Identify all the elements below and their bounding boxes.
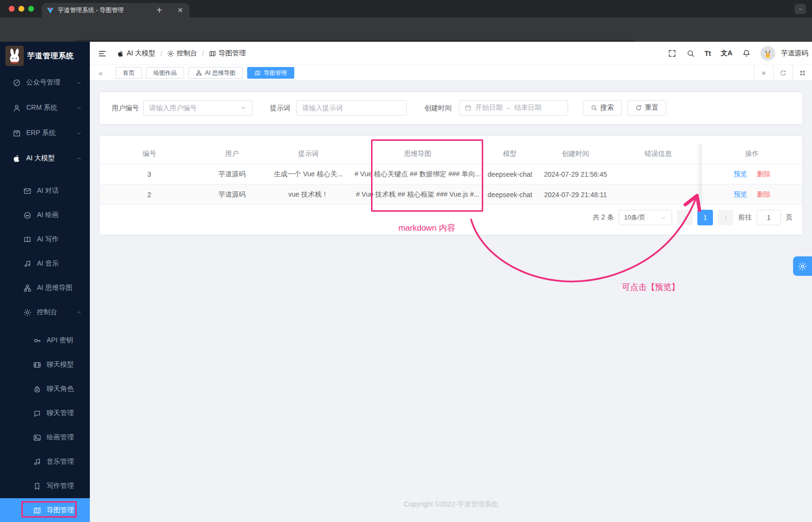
sidebar-item-paint-manage[interactable]: 绘画管理 bbox=[0, 425, 90, 450]
sidebar-item-console[interactable]: 控制台 bbox=[0, 300, 90, 324]
sidebar-item-crm[interactable]: CRM 系统 bbox=[0, 95, 90, 120]
cell-actions: 预览 删除 bbox=[702, 170, 802, 179]
sidebar-item-erp[interactable]: ERP 系统 bbox=[0, 120, 90, 146]
sidebar-item-chat-role[interactable]: 聊天角色 bbox=[0, 377, 90, 401]
chevron-up-icon bbox=[76, 155, 82, 162]
cell-created: 2024-07-29 21:56:45 bbox=[537, 170, 614, 178]
column-header-prompt: 提示词 bbox=[265, 150, 352, 158]
goto-page-input[interactable] bbox=[757, 210, 781, 225]
copyright-text: Copyright ©2022-芋道管理系统 bbox=[90, 500, 812, 509]
current-page-button[interactable]: 1 bbox=[697, 210, 713, 225]
top-navbar: AI 大模型 / 控制台 / 导图管理 Tt 文A 芋道源码 bbox=[90, 42, 812, 65]
browser-tab-strip: 芋道管理系统 - 导图管理 ✕ + bbox=[0, 0, 812, 17]
sidebar-item-ai-mindmap[interactable]: AI 思维导图 bbox=[0, 276, 90, 300]
chevron-left-icon bbox=[682, 215, 688, 221]
sidebar-item-music-manage[interactable]: 音乐管理 bbox=[0, 450, 90, 474]
tabs-scroll-left-button[interactable]: « bbox=[96, 65, 105, 81]
delete-link[interactable]: 删除 bbox=[757, 190, 770, 198]
font-size-icon[interactable]: Tt bbox=[705, 50, 711, 57]
tab-close-icon[interactable]: ✕ bbox=[176, 6, 185, 15]
app-logo-row[interactable]: 芋道管理系统 bbox=[0, 42, 90, 70]
box-icon bbox=[13, 129, 21, 137]
mindmap-table-panel: 编号 用户 提示词 思维导图 模型 创建时间 错误信息 操作 3 芋道源码 生成… bbox=[100, 136, 802, 235]
chevron-up-icon bbox=[76, 309, 82, 316]
browser-toolbar: 127.0.0.1/ai/console/mind-map bbox=[0, 17, 812, 42]
breadcrumb-item-ai-model[interactable]: AI 大模型 bbox=[117, 49, 155, 58]
date-end-placeholder[interactable]: 结束日期 bbox=[514, 103, 541, 112]
tabs-refresh-button[interactable] bbox=[773, 65, 793, 81]
sidebar-item-ai-paint[interactable]: AI 绘画 bbox=[0, 203, 90, 227]
sidebar-item-ai-chat[interactable]: AI 对话 bbox=[0, 179, 90, 203]
user-id-input[interactable] bbox=[149, 104, 240, 112]
cell-id: 3 bbox=[100, 170, 199, 178]
prompt-label: 提示词 bbox=[270, 104, 290, 113]
sidebar-item-ai-music[interactable]: AI 音乐 bbox=[0, 252, 90, 276]
prompt-field[interactable] bbox=[296, 100, 407, 116]
cell-mindmap: # Vue 核心关键点 ## 数据绑定 ### 单向... bbox=[352, 170, 483, 179]
sidebar-item-ai-writing[interactable]: AI 写作 bbox=[0, 227, 90, 252]
cell-mindmap: # Vue 技术栈 ## 核心框架 ### Vue.js #... bbox=[352, 190, 483, 199]
sidebar-item-ai-model[interactable]: AI 大模型 bbox=[0, 146, 90, 171]
sidebar-item-writing-manage[interactable]: 写作管理 bbox=[0, 474, 90, 498]
calendar-icon bbox=[465, 104, 472, 111]
tabs-layout-button[interactable] bbox=[793, 65, 812, 81]
delete-link[interactable]: 删除 bbox=[757, 170, 770, 178]
music-icon bbox=[23, 260, 32, 268]
picture-icon bbox=[33, 434, 41, 442]
map-icon bbox=[254, 70, 261, 76]
user-name[interactable]: 芋道源码 bbox=[781, 49, 808, 58]
breadcrumb-separator: / bbox=[201, 50, 205, 57]
tab-ai-mindmap[interactable]: AI 思维导图 bbox=[188, 67, 243, 79]
pagination-total: 共 2 条 bbox=[592, 213, 614, 222]
app-title: 芋道管理系统 bbox=[27, 51, 74, 61]
page-size-select[interactable]: 10条/页 bbox=[619, 210, 672, 225]
fullscreen-icon[interactable] bbox=[668, 49, 677, 58]
tab-mindmap-manage[interactable]: 导图管理 bbox=[247, 67, 294, 79]
chevron-down-icon bbox=[660, 215, 667, 221]
music-icon bbox=[33, 458, 41, 466]
tabs-scroll-right-button[interactable]: » bbox=[754, 65, 773, 81]
tab-home[interactable]: 首页 bbox=[116, 67, 142, 79]
bell-icon[interactable] bbox=[742, 49, 751, 58]
mail-icon bbox=[23, 187, 32, 195]
cell-prompt: 生成一个 Vue 核心关... bbox=[265, 170, 352, 179]
sidebar-item-api-key[interactable]: API 密钥 bbox=[0, 328, 90, 353]
page-unit-label: 页 bbox=[786, 213, 793, 222]
theme-settings-button[interactable] bbox=[793, 256, 812, 276]
sidebar-item-mindmap-manage[interactable]: 导图管理 bbox=[0, 498, 90, 522]
window-minimize-button[interactable] bbox=[18, 6, 24, 12]
annotation-preview-note: 可点击【预览】 bbox=[602, 282, 699, 293]
app-logo bbox=[5, 46, 24, 66]
prev-page-button[interactable] bbox=[677, 210, 693, 225]
reset-button[interactable]: 重置 bbox=[627, 100, 666, 116]
user-id-select[interactable] bbox=[143, 100, 253, 116]
window-zoom-button[interactable] bbox=[28, 6, 34, 12]
next-page-button[interactable] bbox=[718, 210, 733, 225]
window-close-button[interactable] bbox=[9, 6, 15, 12]
preview-link[interactable]: 预览 bbox=[734, 170, 747, 178]
cell-created: 2024-07-29 21:48:11 bbox=[537, 191, 614, 199]
avatar[interactable] bbox=[761, 46, 775, 61]
tab-paint-works[interactable]: 绘图作品 bbox=[146, 67, 184, 79]
cell-model: deepseek-chat bbox=[483, 170, 537, 178]
translate-icon[interactable]: 文A bbox=[721, 49, 732, 58]
gear-icon bbox=[23, 308, 32, 317]
sidebar-item-chat-model[interactable]: 聊天模型 bbox=[0, 353, 90, 377]
breadcrumb-item-console[interactable]: 控制台 bbox=[167, 49, 197, 58]
search-button[interactable]: 搜索 bbox=[583, 100, 622, 116]
tab-list-chevron-button[interactable] bbox=[795, 4, 806, 14]
browser-tab[interactable]: 芋道管理系统 - 导图管理 ✕ bbox=[42, 3, 189, 17]
hamburger-menu-icon[interactable] bbox=[98, 49, 107, 58]
new-tab-button[interactable]: + bbox=[152, 3, 166, 17]
search-icon[interactable] bbox=[686, 49, 695, 58]
backpack-icon bbox=[33, 385, 41, 393]
breadcrumb-item-mindmap-manage[interactable]: 导图管理 bbox=[209, 49, 246, 58]
sitemap-icon bbox=[23, 284, 32, 292]
date-range-picker[interactable]: 开始日期 – 结束日期 bbox=[459, 100, 568, 116]
preview-link[interactable]: 预览 bbox=[734, 190, 747, 198]
sidebar-item-official-account[interactable]: 公众号管理 bbox=[0, 70, 90, 95]
date-start-placeholder[interactable]: 开始日期 bbox=[475, 103, 503, 112]
prompt-input[interactable] bbox=[302, 104, 401, 112]
sidebar-item-chat-manage[interactable]: 聊天管理 bbox=[0, 401, 90, 425]
film-icon bbox=[33, 361, 41, 369]
